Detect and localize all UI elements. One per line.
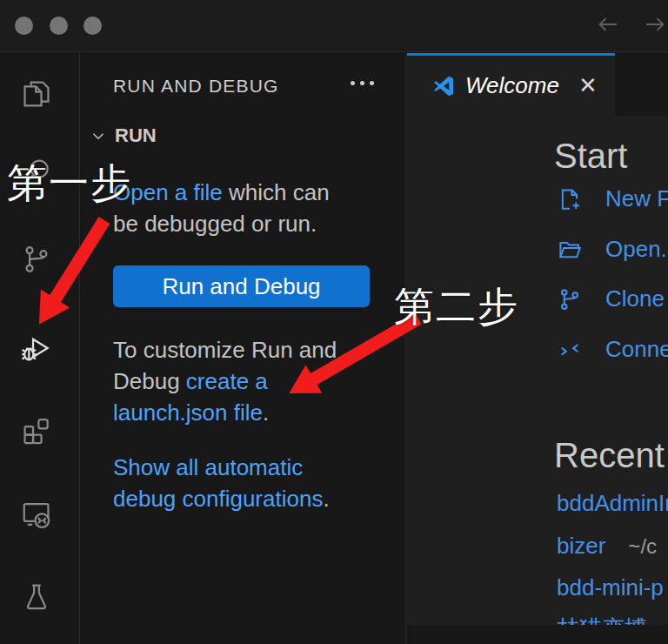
run-and-debug-icon[interactable] [20, 332, 53, 365]
editor-bottom-strip [407, 625, 668, 644]
git-branch-icon [557, 286, 583, 312]
new-file-icon [557, 186, 583, 212]
nav-forward-icon[interactable] [642, 11, 668, 37]
recent-item[interactable]: bddAdminIn [557, 490, 668, 517]
vscode-window: RUN AND DEBUG RUN Open a file which canb… [0, 0, 668, 644]
welcome-page: Start New F Open [407, 116, 668, 625]
recent-heading: Recent [554, 436, 665, 475]
traffic-light-maximize[interactable] [84, 17, 102, 35]
recent-item[interactable]: bdd-mini-p [557, 574, 668, 601]
recent-item[interactable]: bizer ~/c [557, 533, 657, 560]
tab-welcome[interactable]: Welcome ✕ [407, 53, 615, 116]
traffic-light-close[interactable] [15, 17, 33, 35]
activity-bar [0, 53, 80, 644]
start-item-label: New F [605, 185, 668, 212]
start-item-open[interactable]: Open. [557, 236, 667, 263]
launch-json-file-link[interactable]: launch.json file [113, 399, 263, 426]
run-and-debug-panel: RUN AND DEBUG RUN Open a file which canb… [80, 53, 406, 644]
panel-title: RUN AND DEBUG [113, 76, 279, 97]
traffic-light-minimize[interactable] [50, 17, 68, 35]
tab-label: Welcome [465, 72, 559, 99]
explorer-icon[interactable] [20, 77, 53, 111]
nav-back-icon[interactable] [595, 11, 621, 37]
tab-close-icon[interactable]: ✕ [578, 72, 598, 99]
extensions-icon[interactable] [20, 413, 53, 446]
start-item-label: Open. [605, 236, 667, 263]
run-section-header[interactable]: RUN [89, 124, 157, 147]
recent-item[interactable]: 林猎变博 [557, 614, 647, 625]
testing-beaker-icon[interactable] [20, 580, 53, 614]
step2-annotation: 第二步 [394, 280, 519, 334]
source-control-icon[interactable] [20, 243, 53, 276]
show-all-automatic-link[interactable]: Show all automatic [113, 454, 303, 480]
more-actions-icon[interactable] [351, 81, 374, 85]
customize-hint-text: To customize Run andDebug create alaunch… [113, 334, 383, 428]
start-heading: Start [554, 137, 627, 176]
step1-annotation: 第一步 [7, 157, 132, 211]
titlebar [0, 0, 668, 52]
remote-connect-icon [557, 337, 583, 363]
start-item-connect[interactable]: Conne [557, 336, 668, 363]
open-file-hint-text: Open a file which canbe debugged or run. [113, 177, 383, 239]
show-automatic-configs-text: Show all automaticdebug configurations. [113, 452, 383, 514]
start-item-label: Conne [605, 336, 668, 363]
run-section-label: RUN [115, 124, 157, 147]
debug-configurations-link[interactable]: debug configurations [113, 486, 323, 512]
editor-group: Welcome ✕ Start New F [407, 53, 668, 644]
start-item-clone[interactable]: Clone [557, 285, 665, 312]
run-and-debug-button[interactable]: Run and Debug [113, 265, 370, 307]
start-item-label: Clone [605, 285, 665, 312]
chevron-down-icon [89, 126, 108, 145]
start-item-new-file[interactable]: New F [557, 185, 668, 212]
create-launch-json-link[interactable]: create a [186, 368, 268, 394]
folder-open-icon [557, 237, 583, 263]
vscode-logo-icon [431, 73, 457, 99]
tab-strip: Welcome ✕ [407, 53, 668, 116]
remote-explorer-icon[interactable] [20, 498, 53, 531]
